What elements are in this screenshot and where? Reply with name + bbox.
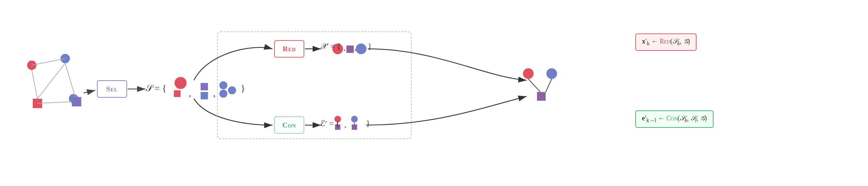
input-edge-4 (37, 102, 72, 103)
input-edge-1 (32, 70, 37, 99)
eprime-purple-sq2 (352, 124, 357, 130)
set-s-label: 𝒮 = { (146, 83, 166, 94)
output-node-red (523, 68, 534, 79)
con-label: Con (282, 121, 296, 129)
set-s-close: } (241, 83, 245, 94)
output-edge-right (546, 79, 552, 92)
xprime-close: } (368, 42, 372, 51)
xprime-label: 𝒳′ = { (320, 42, 341, 51)
set-s-purple-square (200, 83, 208, 90)
arrow-s-to-red (194, 48, 273, 80)
set-s-blue-square (200, 92, 208, 99)
diagram-container: 𝒮 = { } 𝒳′ = { } ℰ′ = { } Sel Red Con x′… (0, 0, 868, 186)
eprime-label: ℰ′ = { (320, 119, 339, 128)
set-s-blue-circle1 (219, 81, 227, 89)
set-s-blue-circle2 (228, 86, 236, 94)
xprime-comma1: , (344, 43, 346, 52)
output-node-purple-sq (537, 92, 546, 101)
main-svg (0, 0, 868, 186)
arrow-s-to-con (194, 99, 273, 125)
output-edge-left (528, 79, 540, 92)
eprime-blue-node1 (351, 116, 358, 122)
input-node-purple-sq (72, 97, 81, 106)
set-s-blue-circle3 (219, 90, 227, 98)
set-s-red-square (174, 90, 181, 97)
input-edge-5 (37, 63, 65, 99)
set-s-red-circle (175, 77, 187, 89)
arrow-xprime-to-output (368, 49, 527, 80)
red-label: Red (282, 44, 296, 53)
comma2: , (213, 89, 216, 99)
red-formula-box: x′k ← Red(𝒮k, 𝒢) (635, 33, 696, 51)
comma1: , (189, 89, 191, 99)
con-formula-box: e′k→l ← Con(𝒮k, 𝒮l, 𝒢) (635, 111, 714, 128)
red-formula-text: x′k ← Red(𝒮k, 𝒢) (642, 37, 690, 45)
xprime-comma2: , (354, 43, 356, 52)
xprime-purple-square (346, 45, 354, 53)
sel-label: Sel (106, 85, 118, 93)
con-box: Con (274, 116, 304, 134)
arrow-graph-to-sel (84, 90, 95, 93)
input-edge-2 (65, 63, 75, 97)
dotted-region (217, 32, 411, 139)
eprime-comma: , (344, 120, 346, 129)
input-edge-6 (32, 59, 65, 65)
eprime-close: } (366, 119, 370, 128)
arrow-eprime-to-output (366, 96, 527, 125)
output-node-blue (546, 68, 557, 79)
con-formula-text: e′k→l ← Con(𝒮k, 𝒮l, 𝒢) (642, 115, 707, 122)
xprime-blue-circle (356, 43, 367, 54)
red-box: Red (274, 40, 304, 58)
sel-box: Sel (97, 80, 127, 98)
